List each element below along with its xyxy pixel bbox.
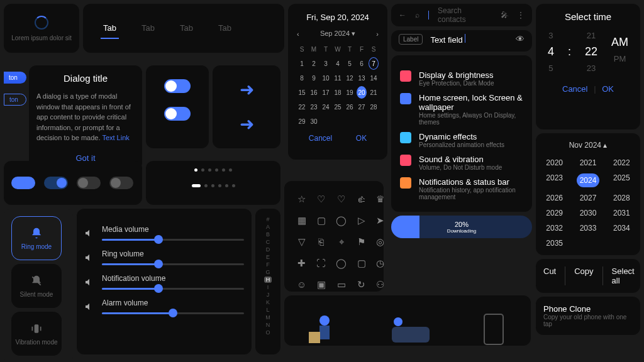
tab-2[interactable]: Tab xyxy=(177,18,196,39)
cal-cancel-button[interactable]: Cancel xyxy=(309,134,332,143)
time-cancel-button[interactable]: Cancel xyxy=(562,84,587,94)
volume-slider[interactable]: Ring volume xyxy=(84,250,244,265)
dialog-card: Dialog title A dialog is a type of modal… xyxy=(29,65,142,170)
textfield-card: Label Text field 👁 xyxy=(391,30,532,52)
square-icon[interactable]: ▢ xyxy=(357,258,366,269)
toggle-on-2[interactable] xyxy=(164,107,191,121)
arrow-right-icon-2: ➜ xyxy=(240,114,254,134)
sound-modes: Ring mode Silent mode Vibration mode xyxy=(4,209,73,339)
context-menu: Cut Copy Select all xyxy=(536,259,640,293)
stop-icon[interactable]: ▢ xyxy=(316,215,326,226)
dialog-title: Dialog title xyxy=(36,73,135,84)
phone-illustration-icon xyxy=(478,308,509,339)
cal-ok-button[interactable]: OK xyxy=(356,134,367,143)
volume-sliders: Media volumeRing volumeNotification volu… xyxy=(77,209,252,339)
bookmark-icon[interactable]: ⎗ xyxy=(316,236,326,248)
ctx-cut[interactable]: Cut xyxy=(543,266,565,285)
field-label: Label xyxy=(399,34,423,45)
phone-clone-card[interactable]: Phone Clone Copy your old phone with one… xyxy=(536,297,640,335)
play-icon[interactable]: ▷ xyxy=(357,215,366,226)
arrows-card: ➜ ➜ xyxy=(213,65,280,148)
plus-icon[interactable]: ✚ xyxy=(297,258,306,269)
volume-slider[interactable]: Notification volume xyxy=(84,274,244,290)
text-field[interactable]: Text field xyxy=(430,34,465,45)
settings-item[interactable]: Sound & vibrationVolume, Do Not Disturb … xyxy=(400,155,523,171)
volume-slider[interactable]: Media volume xyxy=(84,225,244,241)
layers-icon[interactable]: ▣ xyxy=(316,279,326,290)
tab-0[interactable]: Tab xyxy=(101,18,119,39)
clock-icon[interactable]: ◷ xyxy=(376,258,384,269)
pin-icon[interactable]: ⌖ xyxy=(336,236,347,248)
svg-rect-3 xyxy=(319,326,330,339)
ring-mode-button[interactable]: Ring mode xyxy=(11,216,62,260)
primary-button[interactable]: ton xyxy=(4,72,26,84)
spinner-caption: Lorem ipsum dolor sit xyxy=(11,35,72,41)
switch-off-2[interactable] xyxy=(109,177,133,189)
silent-mode-button[interactable]: Silent mode xyxy=(11,264,62,308)
cal-next-icon[interactable]: › xyxy=(376,30,379,38)
svg-point-2 xyxy=(319,315,330,326)
outline-button[interactable]: ton xyxy=(4,94,26,106)
visibility-icon[interactable]: 👁 xyxy=(516,34,525,44)
more-icon[interactable]: ⋮ xyxy=(517,11,525,19)
chat-icon[interactable]: ▭ xyxy=(336,279,347,290)
svg-rect-1 xyxy=(35,324,39,332)
vibration-mode-button[interactable]: Vibration mode xyxy=(11,312,62,339)
heart-icon-2[interactable]: ♡ xyxy=(336,194,347,205)
year-picker: Nov 2024 ▴ 20202021202220232024202520262… xyxy=(536,133,640,255)
spinner-card: Lorem ipsum dolor sit xyxy=(4,4,79,53)
crown-icon[interactable]: ♛ xyxy=(376,194,384,205)
person-illustration-icon xyxy=(306,308,343,339)
back-icon[interactable]: ← xyxy=(399,11,406,19)
time-title: Select time xyxy=(543,11,633,22)
toggle-on[interactable] xyxy=(164,79,191,93)
cal-month[interactable]: Sep 2024 ▾ xyxy=(320,30,355,38)
switch-off[interactable] xyxy=(77,177,101,189)
filter-icon[interactable]: ▽ xyxy=(297,236,306,248)
ctx-select-all[interactable]: Select all xyxy=(612,266,643,285)
alpha-index[interactable]: #ABCDEFGHIJKLMNO xyxy=(255,209,280,339)
search-input[interactable]: Search contacts xyxy=(438,6,492,24)
settings-item[interactable]: Dynamic effectsPersonalized animation ef… xyxy=(400,132,523,148)
send-icon[interactable]: ➤ xyxy=(376,215,384,226)
cal-prev-icon[interactable]: ‹ xyxy=(297,30,299,38)
grid-icon[interactable]: ▦ xyxy=(297,215,306,226)
dialog-link[interactable]: Text Link xyxy=(102,134,129,141)
crop-icon[interactable]: ⛶ xyxy=(316,258,326,269)
progress-bar: 20%Downloading xyxy=(391,216,532,238)
settings-item[interactable]: Display & brightnessEye Protection, Dark… xyxy=(400,70,523,87)
emoji-icon[interactable]: ☺ xyxy=(297,279,306,290)
loading-spinner xyxy=(35,16,48,30)
circle-icon[interactable]: ◯ xyxy=(336,215,347,226)
settings-item[interactable]: Home screen, lock Screen & wallpaperHome… xyxy=(400,93,523,126)
switch-on-primary[interactable] xyxy=(11,177,35,189)
ctx-copy[interactable]: Copy xyxy=(574,266,602,285)
heart-icon[interactable]: ♡ xyxy=(316,194,326,205)
svg-rect-7 xyxy=(484,314,503,339)
ring-icon[interactable]: ◯ xyxy=(336,258,347,269)
flag-icon[interactable]: ⚑ xyxy=(357,236,366,248)
year-month[interactable]: Nov 2024 ▴ xyxy=(543,141,633,150)
calendar-grid[interactable]: SMTWTFS123456789101112131415161718192021… xyxy=(297,43,379,128)
settings-list: Display & brightnessEye Protection, Dark… xyxy=(391,55,532,212)
calendar-title: Fri, Sep 20, 2024 xyxy=(297,13,379,22)
time-ok-button[interactable]: OK xyxy=(602,84,614,94)
switches-card xyxy=(4,161,142,205)
tab-3[interactable]: Tab xyxy=(216,18,234,39)
dialog-body: A dialog is a type of modal window that … xyxy=(36,91,135,143)
switch-on[interactable] xyxy=(44,177,68,189)
search-icon[interactable]: ⌕ xyxy=(415,11,419,19)
mic-icon[interactable]: 🎤︎ xyxy=(501,11,508,19)
toggles-card xyxy=(146,65,209,148)
tab-1[interactable]: Tab xyxy=(139,18,157,39)
target-icon[interactable]: ◎ xyxy=(376,236,384,248)
svg-rect-5 xyxy=(392,327,430,339)
settings-item[interactable]: Notifications & status barNotification h… xyxy=(400,177,523,200)
star-icon[interactable]: ☆ xyxy=(297,194,306,205)
thumbs-up-icon[interactable]: 👍︎ xyxy=(357,194,366,205)
search-header: ← ⌕ Search contacts 🎤︎ ⋮ xyxy=(391,4,532,26)
volume-slider[interactable]: Alarm volume xyxy=(84,299,244,314)
icon-grid: ☆♡♡👍︎♛ ▦▢◯▷➤ ▽⎗⌖⚑◎ ✚⛶◯▢◷ ☺▣▭↻⚇ xyxy=(284,181,384,292)
refresh-icon[interactable]: ↻ xyxy=(357,279,366,290)
person-icon[interactable]: ⚇ xyxy=(376,279,384,290)
